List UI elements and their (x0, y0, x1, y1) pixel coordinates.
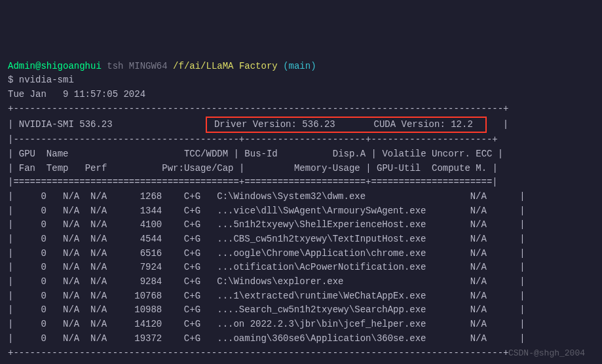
border-mid1: |---------------------------------------… (8, 134, 498, 145)
process-row: | 0 N/A N/A 14120 C+G ...on 2022.2.3\jbr… (8, 319, 525, 329)
command-input[interactable]: nvidia-smi (19, 75, 74, 85)
process-table: | 0 N/A N/A 1268 C+G C:\Windows\System32… (8, 190, 594, 346)
watermark: CSDN-@shgh_2004 (508, 347, 585, 360)
header-row-2: | Fan Temp Perf Pwr:Usage/Cap | Memory-U… (8, 163, 498, 173)
process-row: | 0 N/A N/A 4100 C+G ...5n1h2txyewy\Shel… (8, 219, 525, 230)
header-row-1: | GPU Name TCC/WDDM | Bus-Id Disp.A | Vo… (8, 149, 503, 159)
border-bottom: +---------------------------------------… (8, 348, 509, 358)
version-highlight: Driver Version: 536.23 CUDA Version: 12.… (206, 117, 486, 134)
shell-prompt-ps1: Admin@shigoanghui tsh MINGW64 /f/ai/LLaM… (8, 61, 316, 71)
smi-header-row: | NVIDIA-SMI 536.23 Driver Version: 536.… (8, 119, 508, 130)
process-row: | 0 N/A N/A 10988 C+G ....Search_cw5n1h2… (8, 304, 525, 315)
border-top: +---------------------------------------… (8, 103, 509, 114)
output-date: Tue Jan 9 11:57:05 2024 (8, 89, 145, 100)
process-row: | 0 N/A N/A 6516 C+G ...oogle\Chrome\App… (8, 248, 525, 259)
process-row: | 0 N/A N/A 1268 C+G C:\Windows\System32… (8, 191, 525, 202)
process-row: | 0 N/A N/A 10768 C+G ...1\extracted\run… (8, 291, 525, 301)
shell-prompt-symbol: $ (8, 75, 19, 85)
border-eq: |=======================================… (8, 177, 498, 187)
process-row: | 0 N/A N/A 19372 C+G ...oaming\360se6\A… (8, 333, 525, 344)
process-row: | 0 N/A N/A 1344 C+G ...vice\dll\SwAgent… (8, 206, 525, 216)
process-row: | 0 N/A N/A 7924 C+G ...otification\AcPo… (8, 262, 525, 272)
process-row: | 0 N/A N/A 4544 C+G ...CBS_cw5n1h2txyew… (8, 234, 525, 244)
process-row: | 0 N/A N/A 9284 C+G C:\Windows\explorer… (8, 276, 525, 287)
